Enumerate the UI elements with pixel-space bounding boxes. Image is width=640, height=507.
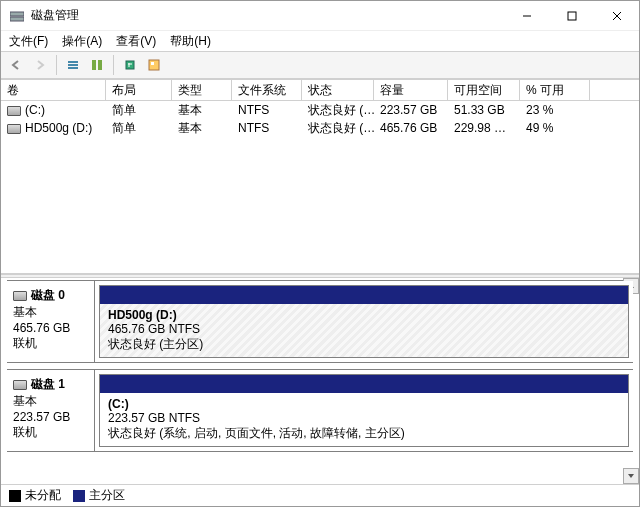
vol-status: 状态良好 (… [302, 102, 374, 119]
app-icon [9, 8, 25, 24]
vol-capacity: 465.76 GB [374, 121, 448, 135]
legend-primary: 主分区 [73, 487, 125, 504]
minimize-button[interactable] [504, 1, 549, 31]
menu-help[interactable]: 帮助(H) [170, 33, 211, 50]
partition-area: (C:) 223.57 GB NTFS 状态良好 (系统, 启动, 页面文件, … [95, 370, 633, 451]
menubar: 文件(F) 操作(A) 查看(V) 帮助(H) [1, 31, 639, 51]
disk-row[interactable]: 磁盘 1 基本 223.57 GB 联机 (C:) 223.57 GB NTFS… [7, 369, 633, 452]
col-status[interactable]: 状态 [302, 80, 374, 100]
close-button[interactable] [594, 1, 639, 31]
part-name: HD500g (D:) [108, 308, 620, 322]
volume-row[interactable]: (C:) 简单 基本 NTFS 状态良好 (… 223.57 GB 51.33 … [1, 101, 639, 119]
vol-pctfree: 49 % [520, 121, 590, 135]
col-pctfree[interactable]: % 可用 [520, 80, 590, 100]
view-list-button[interactable] [62, 54, 84, 76]
part-size: 223.57 GB NTFS [108, 411, 620, 425]
vol-capacity: 223.57 GB [374, 103, 448, 117]
col-volume[interactable]: 卷 [1, 80, 106, 100]
partition-body: (C:) 223.57 GB NTFS 状态良好 (系统, 启动, 页面文件, … [100, 393, 628, 446]
drive-icon [7, 124, 21, 134]
vol-pctfree: 23 % [520, 103, 590, 117]
titlebar: 磁盘管理 [1, 1, 639, 31]
separator [113, 55, 114, 75]
grid-body[interactable]: (C:) 简单 基本 NTFS 状态良好 (… 223.57 GB 51.33 … [1, 101, 639, 273]
vol-name: (C:) [25, 103, 45, 117]
back-button[interactable] [5, 54, 27, 76]
disk-type: 基本 [13, 304, 88, 321]
vol-type: 基本 [172, 120, 232, 137]
window-title: 磁盘管理 [31, 7, 504, 24]
drive-icon [7, 106, 21, 116]
disk-info: 磁盘 0 基本 465.76 GB 联机 [7, 281, 95, 362]
vol-layout: 简单 [106, 120, 172, 137]
partition-area: HD500g (D:) 465.76 GB NTFS 状态良好 (主分区) [95, 281, 633, 362]
svg-rect-1 [10, 17, 24, 21]
partition[interactable]: (C:) 223.57 GB NTFS 状态良好 (系统, 启动, 页面文件, … [99, 374, 629, 447]
col-layout[interactable]: 布局 [106, 80, 172, 100]
svg-rect-7 [68, 64, 78, 66]
refresh-button[interactable] [119, 54, 141, 76]
swatch-blue [73, 490, 85, 502]
partition-header [100, 286, 628, 304]
partition-body: HD500g (D:) 465.76 GB NTFS 状态良好 (主分区) [100, 304, 628, 357]
swatch-black [9, 490, 21, 502]
vol-status: 状态良好 (… [302, 120, 374, 137]
scroll-down-button[interactable] [623, 468, 639, 484]
grid-header: 卷 布局 类型 文件系统 状态 容量 可用空间 % 可用 [1, 79, 639, 101]
col-fs[interactable]: 文件系统 [232, 80, 302, 100]
svg-rect-8 [68, 67, 78, 69]
disk-size: 465.76 GB [13, 321, 88, 335]
col-capacity[interactable]: 容量 [374, 80, 448, 100]
disk-icon: 磁盘 0 [13, 287, 88, 304]
disk-size: 223.57 GB [13, 410, 88, 424]
vol-free: 229.98 … [448, 121, 520, 135]
vol-layout: 简单 [106, 102, 172, 119]
part-name: (C:) [108, 397, 620, 411]
part-status: 状态良好 (系统, 启动, 页面文件, 活动, 故障转储, 主分区) [108, 425, 620, 442]
toolbar [1, 51, 639, 79]
volume-row[interactable]: HD500g (D:) 简单 基本 NTFS 状态良好 (… 465.76 GB… [1, 119, 639, 137]
col-free[interactable]: 可用空间 [448, 80, 520, 100]
menu-file[interactable]: 文件(F) [9, 33, 48, 50]
disk-label: 磁盘 0 [31, 288, 65, 302]
vol-type: 基本 [172, 102, 232, 119]
disk-label: 磁盘 1 [31, 377, 65, 391]
vol-fs: NTFS [232, 121, 302, 135]
svg-rect-10 [98, 60, 102, 70]
svg-rect-9 [92, 60, 96, 70]
disk-state: 联机 [13, 335, 88, 352]
svg-rect-13 [151, 62, 154, 65]
forward-button[interactable] [29, 54, 51, 76]
part-status: 状态良好 (主分区) [108, 336, 620, 353]
vol-free: 51.33 GB [448, 103, 520, 117]
partition[interactable]: HD500g (D:) 465.76 GB NTFS 状态良好 (主分区) [99, 285, 629, 358]
separator [56, 55, 57, 75]
partition-header [100, 375, 628, 393]
volume-grid: 卷 布局 类型 文件系统 状态 容量 可用空间 % 可用 (C:) 简单 基本 … [1, 79, 639, 274]
svg-rect-3 [568, 12, 576, 20]
vol-fs: NTFS [232, 103, 302, 117]
disk-type: 基本 [13, 393, 88, 410]
maximize-button[interactable] [549, 1, 594, 31]
svg-rect-6 [68, 61, 78, 63]
view-detail-button[interactable] [86, 54, 108, 76]
svg-rect-0 [10, 12, 24, 16]
vol-name: HD500g (D:) [25, 121, 92, 135]
menu-action[interactable]: 操作(A) [62, 33, 102, 50]
legend-unallocated: 未分配 [9, 487, 61, 504]
col-type[interactable]: 类型 [172, 80, 232, 100]
disk-info: 磁盘 1 基本 223.57 GB 联机 [7, 370, 95, 451]
disk-icon: 磁盘 1 [13, 376, 88, 393]
legend: 未分配 主分区 [1, 484, 639, 506]
menu-view[interactable]: 查看(V) [116, 33, 156, 50]
window-buttons [504, 1, 639, 31]
properties-button[interactable] [143, 54, 165, 76]
svg-rect-11 [126, 61, 134, 69]
disk-panel[interactable]: 磁盘 0 基本 465.76 GB 联机 HD500g (D:) 465.76 … [1, 278, 639, 484]
disk-state: 联机 [13, 424, 88, 441]
part-size: 465.76 GB NTFS [108, 322, 620, 336]
disk-row[interactable]: 磁盘 0 基本 465.76 GB 联机 HD500g (D:) 465.76 … [7, 280, 633, 363]
